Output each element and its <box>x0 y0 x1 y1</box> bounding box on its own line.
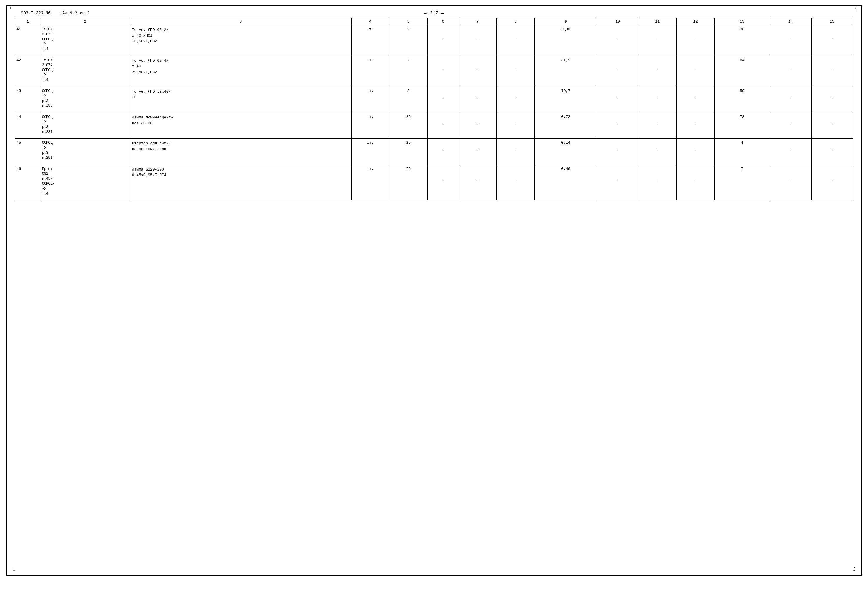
cell-total: 4 <box>714 139 770 165</box>
cell-col14: - <box>770 56 811 87</box>
bottom-right-corner: J <box>853 566 856 572</box>
cell-description: То же, ЛПО 02-2х х 40-/ПОI I6,50хI,082 <box>130 25 351 56</box>
top-right-corner: ¬| <box>853 6 858 10</box>
cell-ref-code: I5-07 3-072 ССРСЦ- -У т.4 <box>40 25 130 56</box>
cell-col6: - <box>427 165 459 201</box>
cell-col14: - <box>770 25 811 56</box>
cell-quantity: I5 <box>390 165 427 201</box>
header-col2: 2 <box>40 18 130 25</box>
header-col15: 15 <box>811 18 853 25</box>
cell-col14: - <box>770 113 811 139</box>
cell-col15: - <box>811 113 853 139</box>
cell-col7: - <box>459 25 496 56</box>
cell-price: 0,I4 <box>535 139 597 165</box>
cell-col12: - <box>676 25 714 56</box>
cell-quantity: 2 <box>390 25 427 56</box>
cell-col11: - <box>638 56 676 87</box>
header-col1: 1 <box>15 18 40 25</box>
cell-description: Лампа Б220-200 0,45х0,95хI,074 <box>130 165 351 201</box>
cell-row-num: 44 <box>15 113 40 139</box>
cell-col6: - <box>427 56 459 87</box>
table-row: 44ССРСЦ- -У р.3 п.23IЛампа люминесцент- … <box>15 113 853 139</box>
cell-description: Лампа люминесцент- ная ЛБ-36 <box>130 113 351 139</box>
cell-unit: шт. <box>351 56 389 87</box>
cell-col10: - <box>597 113 638 139</box>
cell-ref-code: ССРСЦ- -У р.3 п.I56 <box>40 87 130 113</box>
header-col10: 10 <box>597 18 638 25</box>
cell-col15: - <box>811 87 853 113</box>
cell-price: 0,46 <box>535 165 597 201</box>
header-col11: 11 <box>638 18 676 25</box>
cell-col6: - <box>427 25 459 56</box>
table-row: 41I5-07 3-072 ССРСЦ- -У т.4То же, ЛПО 02… <box>15 25 853 56</box>
cell-col6: - <box>427 87 459 113</box>
cell-row-num: 42 <box>15 56 40 87</box>
cell-col7: - <box>459 113 496 139</box>
cell-row-num: 45 <box>15 139 40 165</box>
cell-col10: - <box>597 25 638 56</box>
cell-col8: - <box>496 87 534 113</box>
cell-col6: - <box>427 139 459 165</box>
cell-col12: - <box>676 165 714 201</box>
cell-unit: шт. <box>351 25 389 56</box>
doc-number: 903-I-229.86 <box>21 11 50 16</box>
cell-col11: - <box>638 165 676 201</box>
header-col14: 14 <box>770 18 811 25</box>
cell-col11: - <box>638 113 676 139</box>
header-col12: 12 <box>676 18 714 25</box>
page-number: — 317 — <box>424 11 444 16</box>
header-col7: 7 <box>459 18 496 25</box>
cell-col8: - <box>496 56 534 87</box>
cell-col12: - <box>676 56 714 87</box>
cell-col11: - <box>638 87 676 113</box>
table-row: 42I5-07 3-074 ССРСЦ- -У т.4То же, ЛПО 02… <box>15 56 853 87</box>
cell-col7: - <box>459 165 496 201</box>
header-col6: 6 <box>427 18 459 25</box>
cell-row-num: 43 <box>15 87 40 113</box>
cell-col14: - <box>770 165 811 201</box>
header-col3: 3 <box>130 18 351 25</box>
cell-col11: - <box>638 139 676 165</box>
cell-unit: шт. <box>351 113 389 139</box>
cell-col15: - <box>811 56 853 87</box>
cell-total: 7 <box>714 165 770 201</box>
header-col13: 13 <box>714 18 770 25</box>
cell-col11: - <box>638 25 676 56</box>
cell-row-num: 41 <box>15 25 40 56</box>
cell-ref-code: Пр-нт 092 п.457 ССРСЦ- -У т.4 <box>40 165 130 201</box>
cell-total: I8 <box>714 113 770 139</box>
main-table: 1 2 3 4 5 6 7 8 9 10 11 12 13 14 15 41I5… <box>15 18 853 201</box>
cell-quantity: 3 <box>390 87 427 113</box>
cell-price: 3I,9 <box>535 56 597 87</box>
cell-total: 36 <box>714 25 770 56</box>
header-col8: 8 <box>496 18 534 25</box>
cell-col10: - <box>597 87 638 113</box>
cell-col12: - <box>676 139 714 165</box>
doc-reference: 903-I-229.86 .Ал.9.2,кн.2 <box>21 11 90 16</box>
cell-col7: - <box>459 56 496 87</box>
cell-quantity: 2 <box>390 56 427 87</box>
cell-col7: - <box>459 139 496 165</box>
cell-description: То же, ЛПО 02-4х х 40 29,50хI,082 <box>130 56 351 87</box>
cell-unit: шт. <box>351 165 389 201</box>
table-row: 46Пр-нт 092 п.457 ССРСЦ- -У т.4Лампа Б22… <box>15 165 853 201</box>
cell-price: I9,7 <box>535 87 597 113</box>
cell-col12: - <box>676 113 714 139</box>
cell-ref-code: ССРСЦ- -У р.3 п.25I <box>40 139 130 165</box>
cell-col8: - <box>496 113 534 139</box>
header-col4: 4 <box>351 18 389 25</box>
cell-col8: - <box>496 165 534 201</box>
bottom-left-corner: L <box>12 566 15 572</box>
cell-col14: - <box>770 87 811 113</box>
header-col5: 5 <box>390 18 427 25</box>
cell-col10: - <box>597 165 638 201</box>
table-row: 43ССРСЦ- -У р.3 п.I56То же, ЛПО I2х40/ /… <box>15 87 853 113</box>
cell-col6: - <box>427 113 459 139</box>
cell-total: 64 <box>714 56 770 87</box>
doc-ref: .Ал.9.2,кн.2 <box>60 11 90 16</box>
cell-col8: - <box>496 25 534 56</box>
cell-ref-code: I5-07 3-074 ССРСЦ- -У т.4 <box>40 56 130 87</box>
cell-row-num: 46 <box>15 165 40 201</box>
cell-col12: - <box>676 87 714 113</box>
cell-col15: - <box>811 25 853 56</box>
